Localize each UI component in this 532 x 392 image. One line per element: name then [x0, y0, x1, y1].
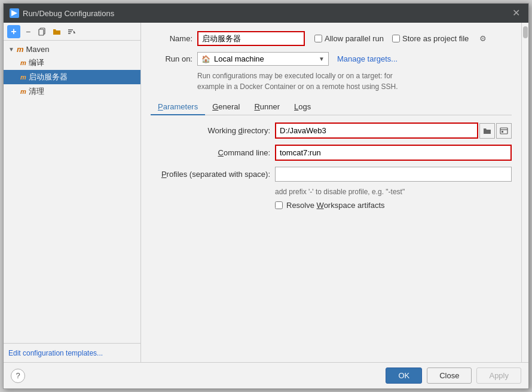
working-directory-label: Working directory: [151, 126, 270, 135]
tab-runner[interactable]: Runner [247, 99, 287, 115]
svg-rect-7 [500, 128, 507, 134]
profiles-label: Profiles (separated with space): [151, 170, 270, 179]
resolve-workspace-checkbox[interactable] [275, 201, 283, 209]
footer-buttons: OK Close Apply [386, 368, 521, 384]
name-row: Name: Allow parallel run Store as projec… [151, 31, 512, 46]
ok-button[interactable]: OK [386, 368, 422, 384]
tab-general[interactable]: General [205, 99, 247, 115]
run-on-select[interactable]: 🏠 Local machine ▼ [197, 52, 329, 66]
scrollbar[interactable] [521, 23, 528, 362]
sort-config-button[interactable] [65, 25, 78, 38]
apply-button[interactable]: Apply [476, 368, 521, 384]
close-button[interactable]: ✕ [510, 7, 522, 19]
tree-item-label-selected: 启动服务器 [29, 72, 68, 82]
left-panel: + − [4, 23, 141, 362]
allow-parallel-label[interactable]: Allow parallel run [314, 34, 384, 43]
title-bar-left: Run/Debug Configurations [10, 8, 114, 18]
help-button[interactable]: ? [11, 369, 25, 383]
run-on-value: Local machine [214, 54, 315, 63]
working-directory-folder-button[interactable] [479, 123, 495, 139]
svg-marker-0 [11, 10, 17, 16]
manage-targets-link[interactable]: Manage targets... [337, 54, 398, 63]
name-input[interactable] [197, 31, 305, 46]
tree-item-compile[interactable]: m 编译 [4, 56, 140, 70]
profiles-input-group [275, 167, 512, 182]
run-on-label: Run on: [151, 54, 192, 63]
run-debug-dialog: Run/Debug Configurations ✕ + − [3, 3, 529, 389]
info-text: Run configurations may be executed local… [197, 71, 512, 92]
dropdown-arrow-icon: ▼ [319, 56, 325, 62]
resolve-workspace-row: Resolve Workspace artifacts [275, 201, 512, 210]
folder-config-button[interactable] [50, 25, 63, 38]
name-label: Name: [151, 34, 192, 43]
checkbox-group: Allow parallel run Store as project file… [314, 34, 487, 43]
tree-item-icon-selected: m [20, 74, 26, 81]
tree-item-icon: m [20, 59, 26, 66]
command-line-input[interactable] [275, 145, 512, 161]
store-project-label[interactable]: Store as project file [392, 34, 469, 43]
dialog-body: + − [4, 23, 528, 362]
tab-parameters[interactable]: Parameters [151, 99, 205, 115]
dialog-title: Run/Debug Configurations [23, 9, 114, 18]
command-line-label: Command line: [151, 148, 270, 157]
remove-config-button[interactable]: − [22, 25, 35, 38]
tree-group-label: Maven [26, 45, 49, 54]
right-panel: Name: Allow parallel run Store as projec… [141, 23, 521, 362]
working-directory-browse-button[interactable] [496, 123, 512, 139]
profiles-hint: add prefix '-' to disable profile, e.g. … [275, 188, 512, 196]
svg-rect-9 [502, 131, 503, 133]
config-tree: ▼ m Maven m 编译 m 启动服务器 m 清理 [4, 41, 140, 343]
parameters-section: Working directory: [151, 122, 512, 356]
run-on-icon: 🏠 [201, 55, 210, 63]
config-toolbar: + − [4, 23, 140, 41]
command-line-row: Command line: [151, 145, 512, 161]
tree-group-maven[interactable]: ▼ m Maven [4, 43, 140, 56]
tab-parameters-underline: P [158, 102, 163, 111]
add-config-button[interactable]: + [7, 25, 20, 38]
svg-rect-3 [39, 29, 44, 35]
tree-item-start-server[interactable]: m 启动服务器 [4, 70, 140, 84]
command-line-input-group [275, 145, 512, 161]
config-tabs: Parameters General Runner Logs [151, 99, 512, 115]
tab-logs[interactable]: Logs [287, 99, 318, 115]
allow-parallel-checkbox[interactable] [314, 35, 322, 42]
store-project-checkbox[interactable] [392, 35, 400, 42]
scrollbar-thumb[interactable] [523, 26, 528, 38]
run-on-row: Run on: 🏠 Local machine ▼ Manage targets… [151, 52, 512, 66]
gear-icon[interactable]: ⚙ [479, 34, 487, 43]
dialog-icon [10, 8, 19, 18]
close-dialog-button[interactable]: Close [427, 368, 472, 384]
dialog-footer: ? OK Close Apply [4, 362, 528, 388]
tree-item-icon-clean: m [20, 88, 26, 95]
resolve-workspace-label[interactable]: Resolve Workspace artifacts [275, 201, 385, 210]
copy-config-button[interactable] [36, 25, 49, 38]
profiles-row: Profiles (separated with space): [151, 167, 512, 182]
tab-general-underline: G [212, 102, 218, 111]
profiles-input[interactable] [275, 167, 512, 182]
maven-group-icon: m [17, 45, 24, 54]
tab-runner-underline: R [254, 102, 259, 111]
tree-chevron-icon: ▼ [8, 46, 14, 53]
working-directory-row: Working directory: [151, 122, 512, 139]
left-panel-footer: Edit configuration templates... [4, 343, 140, 362]
tree-item-clean[interactable]: m 清理 [4, 84, 140, 99]
working-directory-input-group [275, 122, 512, 139]
title-bar: Run/Debug Configurations ✕ [4, 4, 528, 23]
tree-item-label: 编译 [29, 57, 44, 68]
edit-templates-link[interactable]: Edit configuration templates... [8, 349, 103, 357]
tree-item-label-clean: 清理 [29, 86, 44, 97]
working-directory-input[interactable] [275, 122, 478, 139]
